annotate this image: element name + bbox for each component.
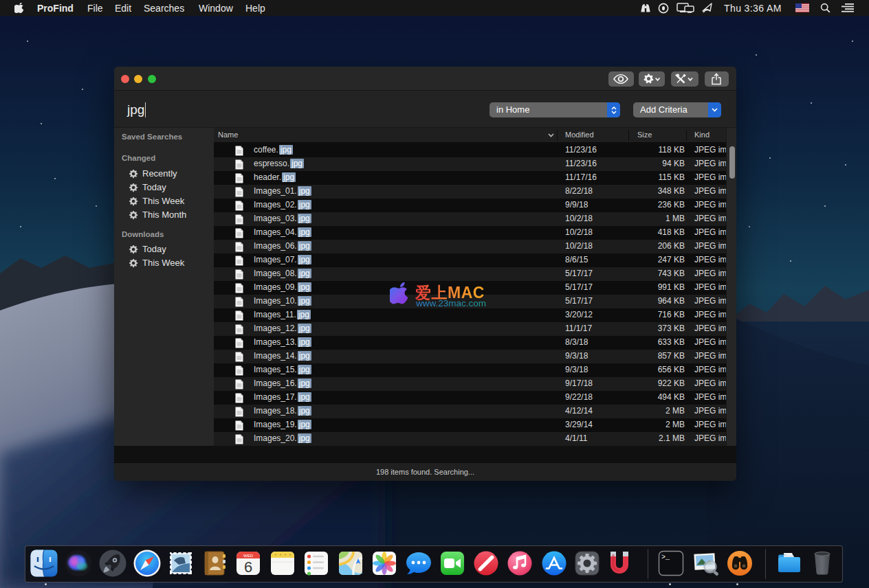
svg-text:6: 6 — [244, 558, 252, 576]
svg-text:>_: >_ — [661, 554, 670, 561]
svg-text:WED: WED — [243, 554, 254, 558]
